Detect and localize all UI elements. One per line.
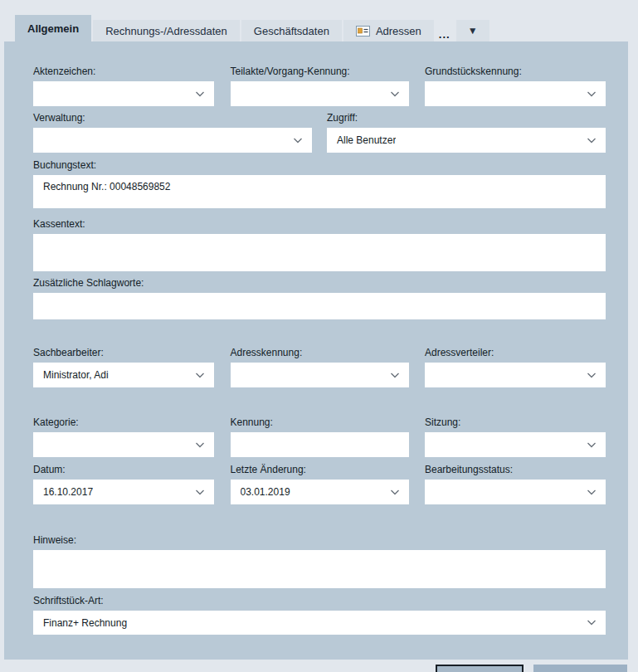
verwaltung-combobox[interactable] [33, 128, 312, 153]
tab-allgemein[interactable]: Allgemein [15, 15, 91, 41]
form-row: Kategorie: Kennung: Sitzung: [33, 416, 606, 457]
teilakte-label: Teilakte/Vorgang-Kennung: [231, 66, 409, 77]
chevron-down-icon [195, 91, 205, 97]
triangle-down-icon: ▼ [468, 26, 478, 36]
letzte-aenderung-label: Letzte Änderung: [231, 464, 409, 475]
address-card-icon [356, 26, 370, 37]
kennung-label: Kennung: [231, 416, 409, 428]
form-row: Zusätzliche Schlagworte: [33, 277, 606, 319]
adressverteiler-label: Adressverteiler: [425, 347, 606, 358]
cancel-button[interactable]: Abbrechen [533, 665, 627, 672]
ok-button[interactable]: OK [436, 665, 524, 672]
form-row: Aktenzeichen: Teilakte/Vorgang-Kennung: … [33, 66, 606, 106]
hinweise-textarea[interactable] [33, 550, 606, 588]
chevron-down-icon [390, 91, 400, 97]
tab-label: Geschäftsdaten [254, 25, 329, 37]
chevron-down-icon [293, 138, 303, 144]
tab-rechnungs-adressdaten[interactable]: Rechnungs-/Adressdaten [93, 20, 240, 41]
form-row: Buchungstext: Rechnung Nr.: 00048569852 [33, 159, 606, 208]
letzte-aenderung-combobox[interactable]: 03.01.2019 [231, 480, 409, 504]
tab-geschaeftsdaten[interactable]: Geschäftsdaten [241, 20, 342, 41]
chevron-down-icon [195, 373, 205, 378]
combobox-value: Alle Benutzer [337, 134, 396, 146]
kategorie-label: Kategorie: [33, 416, 214, 428]
chevron-down-icon [587, 620, 597, 626]
sachbearbeiter-combobox[interactable]: Ministrator, Adi [33, 363, 214, 387]
buchungstext-label: Buchungstext: [33, 159, 606, 171]
sitzung-combobox[interactable] [425, 432, 606, 457]
tab-bar: Allgemein Rechnungs-/Adressdaten Geschäf… [15, 15, 489, 41]
combobox-value: 03.01.2019 [241, 486, 290, 498]
adressverteiler-combobox[interactable] [425, 363, 606, 387]
hinweise-label: Hinweise: [33, 534, 606, 546]
combobox-value: Finanz+ Rechnung [43, 617, 127, 629]
document-properties-dialog: Allgemein Rechnungs-/Adressdaten Geschäf… [0, 0, 638, 672]
tab-label: Allgemein [27, 22, 79, 35]
chevron-down-icon [587, 489, 597, 495]
chevron-down-icon [587, 138, 597, 144]
aktenzeichen-combobox[interactable] [33, 81, 214, 106]
tab-label: Rechnungs-/Adressdaten [105, 25, 227, 37]
chevron-down-icon [390, 373, 400, 378]
schriftstueck-art-combobox[interactable]: Finanz+ Rechnung [33, 611, 606, 635]
adresskennung-combobox[interactable] [231, 363, 409, 387]
combobox-value: Ministrator, Adi [43, 369, 109, 381]
form-row: Kassentext: [33, 218, 606, 271]
tab-page-allgemein: Aktenzeichen: Teilakte/Vorgang-Kennung: … [4, 41, 628, 660]
combobox-value: 16.10.2017 [43, 486, 93, 498]
form-row: Datum: 16.10.2017 Letzte Änderung: 03.01… [33, 464, 606, 504]
chevron-down-icon [195, 442, 205, 448]
bearbeitungsstatus-label: Bearbeitungsstatus: [425, 464, 606, 475]
form-row: Schriftstück-Art: Finanz+ Rechnung [33, 595, 606, 635]
tab-label: Adressen [376, 25, 421, 37]
kategorie-combobox[interactable] [33, 432, 214, 457]
bearbeitungsstatus-combobox[interactable] [425, 480, 606, 504]
tab-list-dropdown-button[interactable]: ▼ [456, 20, 489, 41]
grundstueckskennung-label: Grundstückskennung: [425, 66, 606, 77]
teilakte-combobox[interactable] [231, 81, 409, 106]
zugriff-label: Zugriff: [327, 112, 606, 124]
tab-adressen[interactable]: Adressen [343, 20, 434, 41]
schlagworte-label: Zusätzliche Schlagworte: [33, 277, 606, 289]
schlagworte-input[interactable] [33, 293, 606, 319]
kennung-input[interactable] [231, 432, 409, 457]
datum-combobox[interactable]: 16.10.2017 [33, 480, 214, 504]
chevron-down-icon [390, 489, 400, 495]
form-row: Hinweise: [33, 534, 606, 588]
kassentext-label: Kassentext: [33, 218, 606, 230]
dialog-button-row: OK Abbrechen [33, 665, 627, 672]
chevron-down-icon [587, 373, 597, 378]
kassentext-textarea[interactable] [33, 234, 606, 271]
tab-overflow-ellipsis[interactable]: ... [436, 28, 454, 41]
aktenzeichen-label: Aktenzeichen: [33, 66, 214, 77]
chevron-down-icon [195, 489, 205, 495]
datum-label: Datum: [33, 464, 214, 475]
form-row: Verwaltung: Zugriff: Alle Benutzer [33, 112, 606, 153]
buchungstext-textarea[interactable]: Rechnung Nr.: 00048569852 [33, 175, 606, 208]
sitzung-label: Sitzung: [425, 416, 606, 428]
chevron-down-icon [587, 442, 597, 448]
form-row: Sachbearbeiter: Ministrator, Adi Adressk… [33, 347, 606, 387]
sachbearbeiter-label: Sachbearbeiter: [33, 347, 214, 358]
schriftstueck-art-label: Schriftstück-Art: [33, 595, 606, 606]
verwaltung-label: Verwaltung: [33, 112, 312, 124]
zugriff-combobox[interactable]: Alle Benutzer [327, 128, 606, 153]
chevron-down-icon [587, 91, 597, 97]
grundstueckskennung-combobox[interactable] [425, 81, 606, 106]
adresskennung-label: Adresskennung: [231, 347, 409, 358]
